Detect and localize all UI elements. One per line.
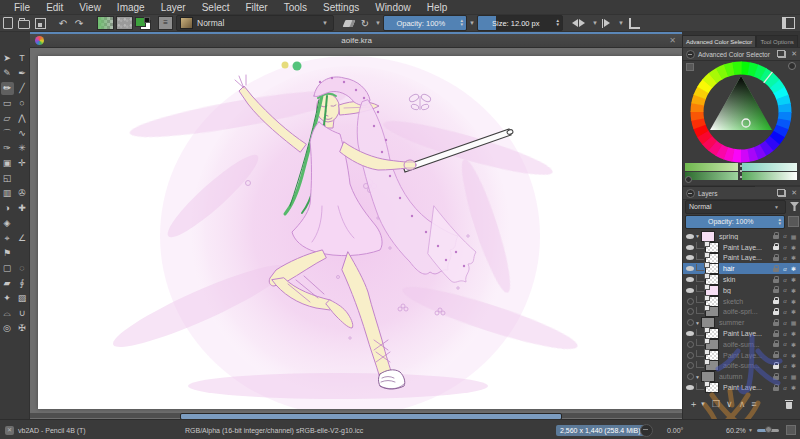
passthrough-icon[interactable]: ▦ [789,319,798,326]
tool-line[interactable]: ╱ [16,82,29,95]
shade-strip[interactable] [742,163,797,171]
layer-properties-icon[interactable]: ✱ [789,384,798,391]
close-icon[interactable]: ✕ [791,189,797,197]
inherit-alpha-icon[interactable]: α [781,233,789,239]
canvas-area[interactable] [30,48,682,419]
layer-visibility-icon[interactable] [686,288,694,293]
tab-advanced-color-selector[interactable]: Advanced Color Selector [682,35,756,47]
tool-move[interactable]: ✛ [16,157,29,170]
layer-lock-icon[interactable] [773,300,779,304]
layer-name[interactable]: hair [723,265,773,272]
inherit-alpha-icon[interactable]: α [781,309,789,315]
blend-mode-dropdown[interactable]: Normal ▼ [685,200,786,214]
inherit-alpha-icon[interactable]: α [781,266,789,272]
workspace-chooser-button[interactable] [782,16,799,30]
layer-lock-icon[interactable] [773,235,779,239]
tool-freehand-brush[interactable]: ✏ [1,82,14,95]
float-docker-icon[interactable] [778,190,786,197]
brush-preset-mini-icon[interactable]: ✕ [5,420,14,439]
delete-layer-button[interactable] [785,400,793,409]
tool-smart-patch[interactable]: ✚ [16,202,29,215]
tool-bezier-select[interactable]: ⌓ [1,307,14,320]
group-expander-icon[interactable]: ▼ [695,233,700,239]
layer-lock-icon[interactable] [773,257,779,261]
brush-editor-button[interactable]: ≡ [158,16,173,30]
group-expander-icon[interactable]: ▼ [695,374,700,380]
layer-visibility-icon[interactable] [686,255,694,260]
layer-lock-icon[interactable] [773,387,779,391]
brush-blending-dropdown[interactable]: Normal ▼ [176,15,334,31]
shade-selector-strips[interactable] [685,163,797,181]
layer-visibility-icon[interactable] [687,352,694,359]
inherit-alpha-icon[interactable]: α [781,298,789,304]
layer-lock-icon[interactable] [773,333,779,337]
mirror-horizontal-icon[interactable] [568,16,589,30]
add-layer-button[interactable]: ＋ [689,397,698,411]
layer-lock-icon[interactable] [773,279,779,283]
layer-row-aoife-sum[interactable]: aoife-sum...α✱ [683,339,800,350]
statusbar-zoom-value[interactable]: 60.2% [726,420,746,439]
layer-lock-icon[interactable] [773,354,779,358]
tool-dynamic-brush[interactable]: ✑ [1,142,14,155]
zoom-reset-button[interactable] [786,420,796,439]
layer-properties-button[interactable]: ≡ [751,397,756,411]
color-wheel[interactable] [690,61,792,163]
opacity-slider[interactable]: Opacity: 100% ▲▼ [383,15,467,31]
selection-indicator-icon[interactable] [640,420,653,439]
tool-edit-shapes[interactable]: ✎ [1,67,14,80]
docker-collapse-icon[interactable] [686,50,695,59]
layer-visibility-icon[interactable] [686,385,694,390]
tool-freehand-path[interactable]: ∿ [16,127,29,140]
layer-properties-icon[interactable]: ✱ [789,254,798,261]
inherit-alpha-icon[interactable]: α [781,331,789,337]
chevron-down-icon[interactable]: ▼ [591,16,599,30]
chevron-down-icon[interactable]: ▼ [374,16,382,30]
layer-visibility-icon[interactable] [687,362,694,369]
move-layer-down-button[interactable]: ∨ [726,397,733,411]
layer-properties-icon[interactable]: ✱ [789,308,798,315]
tool-bezier-curve[interactable]: ⌒ [1,127,14,140]
layer-properties-icon[interactable]: ✱ [789,330,798,337]
layer-visibility-icon[interactable] [687,298,694,305]
tool-zoom[interactable]: ◎ [1,322,14,335]
shade-strip[interactable] [685,172,738,180]
zoom-slider[interactable] [757,420,779,439]
close-icon[interactable]: ✕ [791,50,797,58]
layer-visibility-icon[interactable] [686,266,694,271]
layer-row-paint-laye[interactable]: Paint Laye...α✱ [683,328,800,339]
layer-properties-icon[interactable]: ✱ [789,298,798,305]
layer-name[interactable]: Paint Laye... [723,244,773,251]
layer-row-paint-laye[interactable]: Paint Laye...α✱ [683,253,800,264]
docker-collapse-icon[interactable] [686,189,695,198]
tool-elliptical-select[interactable]: ◌ [16,262,29,275]
layer-row-paint-laye[interactable]: Paint Laye...α✱ [683,382,800,393]
reload-preset-icon[interactable]: ↻ [358,16,372,30]
mirror-vertical-icon[interactable] [601,16,615,30]
filter-layers-icon[interactable] [790,202,799,211]
layer-lock-icon[interactable] [773,246,779,250]
layer-row-autumn[interactable]: ▼autumnα▦ [683,371,800,382]
layer-name[interactable]: Paint Laye... [723,352,773,359]
spinner-arrows-icon[interactable]: ▲▼ [554,19,562,27]
inherit-alpha-icon[interactable]: α [781,320,789,326]
tool-color-sampler[interactable]: ✇ [16,187,29,200]
menu-help[interactable]: Help [419,2,456,13]
tool-freehand-select[interactable]: ∮ [16,277,29,290]
tool-assistants[interactable]: ⌖ [1,232,14,245]
redo-icon[interactable]: ↷ [72,16,86,30]
layer-lock-icon[interactable] [773,365,779,369]
layer-row-bg[interactable]: bgα✱ [683,285,800,296]
layer-name[interactable]: spring [719,233,773,240]
layer-properties-icon[interactable]: ✱ [789,265,798,272]
layer-properties-icon[interactable]: ✱ [789,362,798,369]
inherit-alpha-icon[interactable]: α [781,277,789,283]
layer-name[interactable]: Paint Laye... [723,330,773,337]
layer-opacity-slider[interactable]: Opacity: 100% ▲▼ [685,215,785,229]
eraser-toggle[interactable] [342,16,356,30]
document-tab[interactable]: aoife.kra ✕ [30,32,682,48]
layer-visibility-icon[interactable] [687,373,694,380]
menu-image[interactable]: Image [109,2,153,13]
tool-select-shapes[interactable]: ➤ [1,52,14,65]
menu-window[interactable]: Window [367,2,419,13]
pattern-chooser[interactable] [116,16,133,30]
